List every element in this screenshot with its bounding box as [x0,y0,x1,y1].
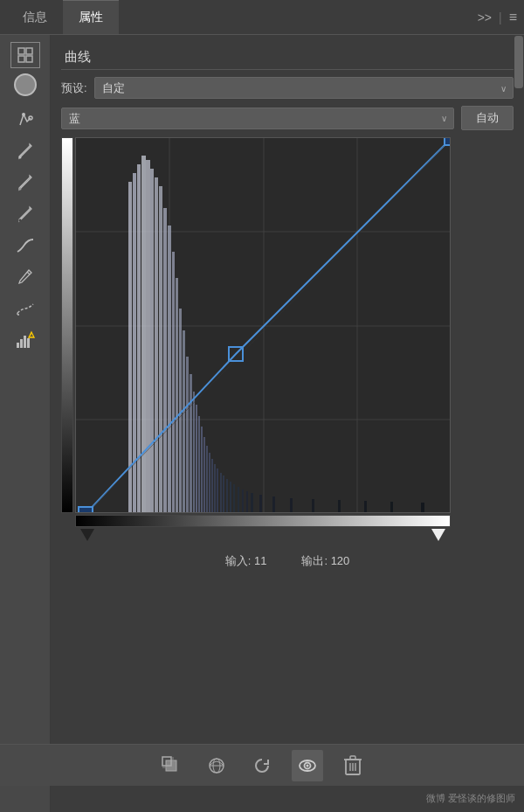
panel-title: 曲线 [65,49,91,66]
left-sidebar: ! [0,35,51,812]
bottom-toolbar [0,744,524,786]
channel-select[interactable]: 蓝 [61,108,454,129]
svg-rect-53 [242,489,244,513]
svg-rect-49 [226,479,228,513]
svg-rect-67 [445,138,451,145]
svg-point-4 [22,113,25,116]
input-display: 输入: 11 [225,553,267,569]
svg-rect-1 [26,48,32,54]
curve-section [61,137,514,541]
input-value: 11 [254,554,266,567]
svg-rect-31 [172,252,175,513]
app-container: 信息 属性 >> | ≡ [0,0,524,812]
svg-rect-42 [206,446,208,513]
svg-rect-58 [290,498,293,513]
visibility-refresh-btn[interactable] [201,750,232,781]
preset-label: 预设: [61,80,87,96]
svg-rect-55 [251,493,253,513]
pencil-tool[interactable] [10,262,40,292]
expand-icon[interactable]: >> [478,10,492,24]
svg-rect-27 [155,177,158,513]
main-area: ! 曲线 预设: 自定 [0,35,524,812]
watermark: 微博 爱怪谈的修图师 [426,792,515,805]
auto-button[interactable]: 自动 [461,106,514,130]
svg-rect-79 [350,756,355,760]
eyedropper-gray-tool[interactable] [10,168,40,198]
curve-canvas[interactable] [75,137,451,513]
svg-rect-46 [217,468,218,513]
svg-rect-51 [233,484,235,513]
svg-rect-25 [146,160,150,513]
channel-select-wrapper[interactable]: 蓝 [61,108,454,129]
svg-rect-50 [230,482,231,513]
svg-point-7 [18,188,21,191]
header-tabs: 信息 属性 >> | ≡ [0,0,524,35]
svg-rect-59 [312,499,314,513]
black-point-triangle[interactable] [80,529,94,541]
svg-rect-37 [193,392,195,513]
warning-tool[interactable]: ! [10,325,40,355]
menu-icon[interactable]: ≡ [509,10,517,25]
svg-rect-11 [24,336,26,348]
svg-point-8 [18,219,21,222]
svg-rect-28 [159,186,162,513]
visibility-btn[interactable] [292,750,323,781]
grid-icon[interactable] [10,42,40,68]
white-point-triangle[interactable] [431,529,445,541]
svg-rect-54 [246,491,248,513]
left-gradient [61,137,73,513]
svg-rect-62 [390,502,393,513]
svg-rect-60 [338,500,341,513]
divider: | [499,10,502,24]
svg-rect-24 [141,156,146,513]
io-row: 输入: 11 输出: 120 [61,548,514,574]
svg-rect-10 [20,339,23,348]
mask-circle-icon[interactable] [14,73,37,96]
scrollbar[interactable] [514,35,524,777]
svg-rect-47 [220,473,222,513]
svg-rect-52 [238,487,239,513]
svg-rect-9 [17,343,19,348]
svg-rect-35 [186,357,189,513]
svg-rect-48 [223,475,224,513]
svg-rect-21 [128,182,132,513]
svg-point-6 [18,156,21,159]
preset-row: 预设: 自定 [61,77,514,99]
svg-rect-0 [18,48,24,54]
curve-tool[interactable] [10,231,40,260]
header-right: >> | ≡ [478,10,517,25]
svg-rect-45 [214,464,216,513]
delete-btn[interactable] [337,750,369,781]
arrow-tool[interactable] [10,105,40,135]
tab-properties[interactable]: 属性 [63,0,119,34]
svg-rect-61 [364,501,367,513]
eyedropper-black-tool[interactable] [10,199,40,229]
output-value: 120 [331,554,350,567]
svg-rect-36 [190,374,192,513]
smooth-tool[interactable] [10,294,40,323]
channel-row: 蓝 自动 [61,106,514,130]
svg-rect-56 [259,495,262,513]
svg-rect-44 [211,459,213,513]
preset-select-wrapper[interactable]: 自定 [94,77,514,99]
svg-point-76 [307,764,309,767]
triangle-row [75,529,451,541]
svg-rect-68 [79,507,93,513]
preset-select[interactable]: 自定 [94,77,514,99]
svg-rect-3 [26,56,32,62]
reset-btn[interactable] [246,750,278,781]
eyedropper-white-tool[interactable] [10,136,40,166]
clip-below-btn[interactable] [155,750,187,781]
bottom-gradient [75,515,451,527]
svg-rect-39 [198,416,200,513]
tab-info[interactable]: 信息 [7,0,63,34]
svg-rect-12 [27,338,30,348]
svg-rect-34 [183,330,185,513]
svg-text:!: ! [30,333,31,338]
scrollbar-thumb[interactable] [514,36,523,88]
histogram-svg [76,138,451,513]
svg-rect-41 [203,437,205,513]
svg-rect-32 [176,278,178,513]
title-section: 曲线 [61,42,514,70]
svg-rect-29 [163,208,167,513]
